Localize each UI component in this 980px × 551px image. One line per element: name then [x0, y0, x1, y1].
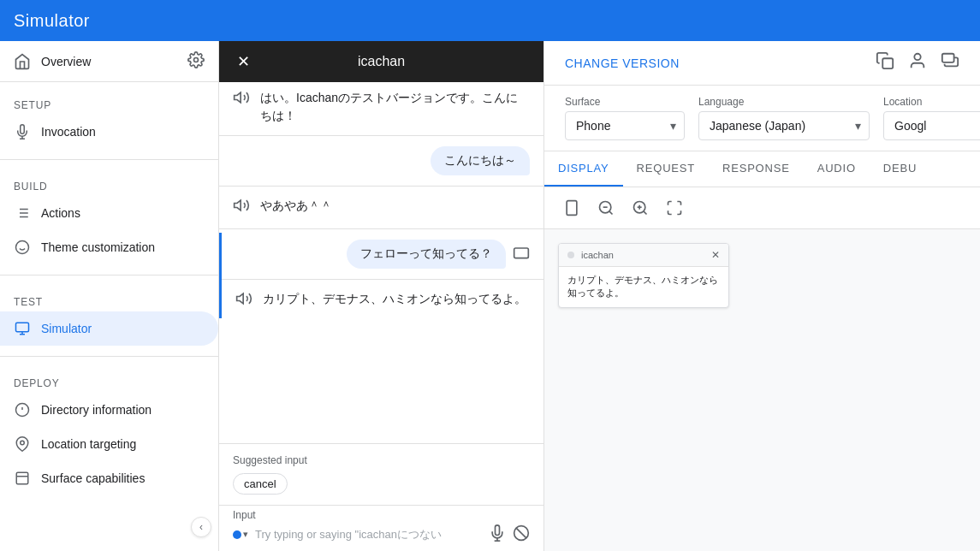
devices-icon[interactable]	[941, 51, 959, 74]
sound-icon-3[interactable]	[235, 290, 252, 311]
tab-response[interactable]: RESPONSE	[709, 151, 804, 187]
content-area: ✕ icachan はい。Icachanのテストバージョンです。こんにちは！	[219, 41, 980, 551]
sidebar-item-actions[interactable]: Actions	[0, 196, 218, 230]
mini-close-icon[interactable]: ✕	[711, 249, 720, 261]
chat-divider-1	[219, 135, 543, 136]
phone-close-button[interactable]: ✕	[233, 51, 253, 72]
right-panel: CHANGE VERSION	[544, 41, 980, 551]
sidebar-item-theme[interactable]: Theme customization	[0, 230, 218, 264]
language-select[interactable]: Japanese (Japan)	[698, 111, 870, 140]
svg-line-34	[609, 211, 613, 215]
svg-rect-12	[16, 323, 29, 332]
user-bubble-2: フェローって知ってる？	[347, 240, 506, 269]
stop-icon[interactable]	[513, 524, 530, 544]
surface-capabilities-label: Surface capabilities	[41, 471, 145, 485]
phone-frame-icon[interactable]	[558, 194, 585, 222]
account-icon[interactable]	[908, 51, 927, 74]
chat-area: はい。Icachanのテストバージョンです。こんにちは！ こんにちは～	[219, 82, 543, 443]
svg-rect-28	[882, 58, 893, 68]
mini-phone-content: カリプト、デモナス、ハミオンなら知ってるよ。	[559, 267, 728, 307]
svg-line-37	[644, 211, 647, 215]
sidebar-item-location[interactable]: Location targeting	[0, 427, 218, 461]
display-content: icachan ✕ カリプト、デモナス、ハミオンなら知ってるよ。	[544, 229, 980, 551]
app-title: Simulator	[14, 11, 90, 31]
assistant-message-2: やあやあ＾＾	[219, 190, 543, 225]
right-panel-header: CHANGE VERSION	[544, 41, 980, 86]
settings-icon[interactable]	[187, 51, 205, 71]
tab-audio[interactable]: AUDIO	[804, 151, 870, 187]
language-label: Language	[698, 96, 870, 108]
mini-phone-header: icachan ✕	[559, 244, 728, 267]
assistant-text-2: やあやあ＾＾	[260, 197, 332, 215]
svg-rect-22	[514, 248, 529, 258]
zoom-out-icon[interactable]	[592, 194, 620, 222]
theme-icon	[14, 239, 31, 256]
tab-debug[interactable]: DEBU	[870, 151, 930, 187]
simulator-icon	[14, 320, 31, 337]
simulator-label: Simulator	[41, 322, 92, 335]
input-section: Input ▾ Try typing or saying "icachanにつな…	[219, 505, 543, 551]
actions-label: Actions	[41, 206, 80, 220]
sidebar-item-overview[interactable]: Overview	[0, 41, 218, 82]
invocation-label: Invocation	[41, 125, 96, 139]
svg-point-18	[21, 441, 25, 445]
user-message-2: フェローって知ってる？	[222, 233, 543, 276]
sidebar-item-simulator[interactable]: Simulator	[0, 311, 218, 346]
location-control: Location	[883, 96, 980, 140]
sidebar-item-invocation[interactable]: Invocation	[0, 115, 218, 149]
sound-icon-1[interactable]	[233, 89, 250, 110]
surface-select[interactable]: Phone	[565, 111, 685, 140]
phone-title: icachan	[358, 54, 405, 69]
tab-request[interactable]: REQUEST	[623, 151, 709, 187]
fullscreen-icon[interactable]	[661, 194, 688, 222]
user-bubble-1: こんにちは～	[431, 146, 530, 175]
phone-header: ✕ icachan	[219, 41, 543, 82]
input-placeholder[interactable]: Try typing or saying "icachanにつない	[255, 527, 482, 542]
display-toolbar	[544, 187, 980, 229]
keyboard-icon[interactable]	[513, 244, 530, 265]
location-input[interactable]	[883, 111, 980, 140]
assistant-text-3: カリプト、デモナス、ハミオンなら知ってるよ。	[263, 290, 526, 308]
mic-icon	[14, 123, 31, 140]
mini-dot	[567, 252, 574, 258]
language-control: Language Japanese (Japan)	[698, 96, 870, 140]
overview-label: Overview	[41, 55, 177, 68]
test-section: Test Simulator	[0, 279, 218, 353]
info-icon	[14, 401, 31, 418]
sidebar-item-surface[interactable]: Surface capabilities	[0, 461, 218, 495]
svg-marker-23	[237, 293, 244, 304]
chat-divider-4	[222, 279, 543, 280]
copy-icon[interactable]	[876, 51, 894, 74]
input-dot	[233, 530, 241, 539]
divider-3	[0, 356, 218, 357]
input-dropdown[interactable]: ▾	[233, 529, 248, 540]
mini-phone-title: icachan	[581, 250, 614, 260]
surface-label: Surface	[565, 96, 685, 108]
controls-row: Surface Phone Language Japanese (Japan)	[544, 86, 980, 151]
microphone-icon[interactable]	[489, 524, 506, 544]
sidebar-item-directory[interactable]: Directory information	[0, 393, 218, 427]
assistant-message-3: カリプト、デモナス、ハミオンなら知ってるよ。	[222, 283, 543, 318]
sound-icon-2[interactable]	[233, 197, 250, 218]
test-section-label: Test	[0, 286, 218, 311]
assistant-text-1: はい。Icachanのテストバージョンです。こんにちは！	[260, 89, 530, 125]
mini-phone-preview: icachan ✕ カリプト、デモナス、ハミオンなら知ってるよ。	[558, 243, 729, 308]
deploy-section-label: Deploy	[0, 367, 218, 393]
simulator-panel: ✕ icachan はい。Icachanのテストバージョンです。こんにちは！	[219, 41, 544, 551]
header-icons	[876, 51, 959, 74]
surface-control: Surface Phone	[565, 96, 685, 140]
user-message-1: こんにちは～	[219, 139, 543, 182]
divider-1	[0, 159, 218, 160]
top-bar: Simulator	[0, 0, 980, 41]
setup-section: Setup Invocation	[0, 82, 218, 156]
change-version-button[interactable]: CHANGE VERSION	[565, 56, 680, 70]
language-select-wrapper: Japanese (Japan)	[698, 111, 870, 140]
cancel-chip[interactable]: cancel	[233, 473, 288, 495]
zoom-in-icon[interactable]	[627, 194, 654, 222]
tab-display[interactable]: DISPLAY	[544, 151, 623, 187]
svg-point-9	[16, 241, 29, 254]
surface-icon	[14, 470, 31, 487]
collapse-sidebar-button[interactable]: ‹	[191, 517, 211, 537]
svg-marker-21	[235, 200, 241, 210]
svg-point-29	[914, 54, 920, 60]
